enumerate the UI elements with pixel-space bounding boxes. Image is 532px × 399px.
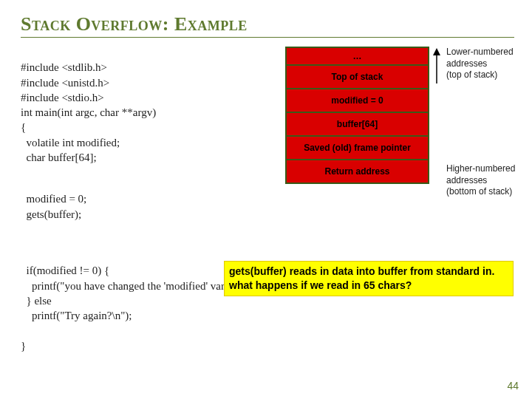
code-line: #include <stdio.h> bbox=[21, 92, 104, 103]
svg-marker-1 bbox=[433, 48, 440, 55]
code-line: { bbox=[21, 121, 26, 133]
code-block: #include <stdlib.h> #include <unistd.h> … bbox=[21, 45, 279, 383]
code-line: #include <stdlib.h> bbox=[21, 61, 107, 73]
code-line: char buffer[64]; bbox=[21, 151, 97, 163]
highlight-note: gets(buffer) reads in data into buffer f… bbox=[224, 261, 514, 296]
arrow-up-icon bbox=[432, 48, 441, 83]
label-higher-addresses: Higher-numbered addresses (bottom of sta… bbox=[446, 163, 515, 198]
stack-cell-modified: modified = 0 bbox=[286, 89, 429, 112]
stack-cell-buffer: buffer[64] bbox=[286, 112, 429, 136]
note-line: gets(buffer) reads in data into buffer f… bbox=[229, 265, 508, 279]
content-area: #include <stdlib.h> #include <unistd.h> … bbox=[21, 45, 514, 363]
stack-cell-frame-pointer: Saved (old) frame pointer bbox=[286, 136, 429, 160]
slide-title: Stack Overflow: Example bbox=[21, 13, 514, 35]
stack-cell-return-addr: Return address bbox=[286, 160, 429, 183]
stack-diagram: … Top of stack modified = 0 buffer[64] S… bbox=[285, 47, 429, 184]
code-line: gets(buffer); bbox=[21, 208, 81, 220]
code-line: #include <unistd.h> bbox=[21, 77, 109, 89]
code-line: volatile int modified; bbox=[21, 137, 120, 149]
code-line: } else bbox=[21, 295, 52, 307]
code-line: modified = 0; bbox=[21, 193, 86, 205]
label-lower-addresses: Lower-numbered addresses (top of stack) bbox=[446, 47, 514, 81]
note-line: what happens if we read in 65 chars? bbox=[229, 279, 508, 293]
slide: Stack Overflow: Example #include <stdlib… bbox=[0, 0, 532, 399]
stack-cell-top: Top of stack bbox=[286, 65, 429, 89]
title-underline bbox=[21, 37, 514, 38]
code-line: if(modified != 0) { bbox=[21, 265, 109, 276]
code-line: } bbox=[21, 340, 26, 352]
stack-cell-dots: … bbox=[286, 47, 429, 65]
code-line: printf("Try again?\n"); bbox=[21, 310, 132, 321]
code-line: int main(int argc, char **argv) bbox=[21, 106, 156, 118]
stack-table: … Top of stack modified = 0 buffer[64] S… bbox=[285, 47, 429, 184]
page-number: 44 bbox=[507, 380, 519, 392]
